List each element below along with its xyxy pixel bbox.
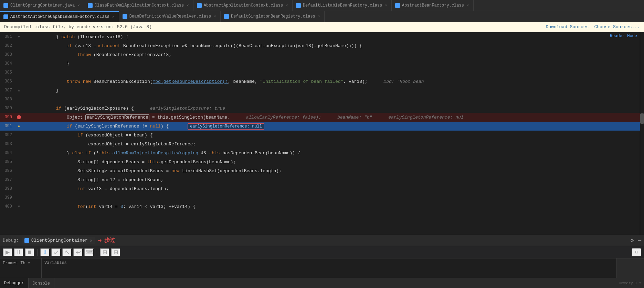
line-number: 392 — [0, 133, 15, 137]
toolbar-divider-2 — [97, 249, 97, 256]
code-line-400: 400 ▼ for(int var14 = 0; var14 < var13; … — [0, 202, 644, 211]
evaluate-button[interactable]: ⌨ — [84, 248, 94, 256]
line-number: 393 — [0, 142, 15, 146]
line-content-393: exposedObject = earlySingletonReference; — [22, 142, 644, 147]
tab-beandefinition[interactable]: BeanDefinitionValueResolver.class ✕ — [119, 11, 221, 22]
tab-close[interactable]: ✕ — [285, 3, 289, 8]
console-tab[interactable]: Console — [29, 278, 54, 288]
line-content-381: } catch (Throwable var18) { — [22, 34, 644, 40]
code-line-397: 397 String[] var12 = dependentBeans; — [0, 175, 644, 184]
debug-header: Debug: ClientSpringContainer ✕ ➜ 步过 ⚙ — — [0, 235, 644, 246]
line-number: 386 — [0, 79, 15, 84]
layout-toggle[interactable]: ⊟ — [632, 248, 641, 256]
resume-button[interactable]: ▶ — [3, 248, 12, 256]
java-file-icon — [3, 3, 8, 8]
fold-icon[interactable]: ▼ — [16, 204, 22, 209]
code-line-395: 395 String[] dependentBeans = this.getDe… — [0, 157, 644, 166]
line-content-390: Object earlySingletonReference = this.ge… — [22, 115, 644, 120]
editor-area: Reader Mode 381 ▼ } catch (Throwable var… — [0, 32, 644, 235]
status-bar-memory: Memory C ▾ — [617, 278, 644, 288]
gutter-391: ● — [15, 124, 22, 128]
class-file-icon — [224, 14, 229, 19]
line-number: 388 — [0, 97, 15, 102]
decompiled-info-text: Decompiled .class file, bytecode version… — [4, 24, 152, 30]
tab-close[interactable]: ✕ — [112, 14, 115, 19]
run-to-cursor-button[interactable]: ↩ — [73, 248, 83, 256]
code-line-384: 384 } — [0, 59, 644, 68]
layout-button-2[interactable]: ⊟ — [111, 248, 120, 256]
line-content-387: } — [22, 88, 644, 93]
tab-defaultsingleton[interactable]: DefaultSingletonBeanRegistry.class ✕ — [221, 11, 325, 22]
line-content-397: String[] var12 = dependentBeans; — [22, 177, 644, 182]
download-sources-link[interactable]: Download Sources — [546, 24, 589, 30]
tab-classpathxml[interactable]: ClassPathXmlApplicationContext.class ✕ — [84, 0, 193, 11]
line-content-394: } else if (!this.allowRawInjectionDespit… — [22, 151, 644, 156]
session-close[interactable]: ✕ — [90, 238, 93, 243]
memory-status: Memory — [620, 281, 633, 285]
code-line-391[interactable]: 391 ● if (earlySingletonReference != nul… — [0, 122, 644, 131]
choose-sources-link[interactable]: Choose Sources... — [594, 24, 640, 30]
line-number: 398 — [0, 186, 15, 191]
code-line-387: 387 ▲ } — [0, 86, 644, 95]
scrollbar-thumb[interactable] — [640, 113, 644, 124]
line-number: 396 — [0, 168, 15, 173]
line-number: 383 — [0, 52, 15, 57]
code-line-399: 399 — [0, 193, 644, 202]
debugger-tab[interactable]: Debugger — [0, 278, 29, 288]
breakpoint-icon[interactable] — [17, 115, 21, 119]
step-out-button[interactable]: ↖ — [62, 248, 72, 256]
tab-label: AbstractBeanFactory.class — [402, 3, 464, 8]
line-number: 382 — [0, 43, 15, 48]
tab-close[interactable]: ✕ — [384, 3, 388, 8]
line-number: 389 — [0, 106, 15, 111]
step-arrow: ➜ — [98, 237, 102, 244]
tab-close[interactable]: ✕ — [466, 3, 470, 8]
inline-value-display: earlySingletonReference: null — [188, 123, 264, 130]
tab-abstractapp[interactable]: AbstractApplicationContext.class ✕ — [193, 0, 293, 11]
scrollbar-track[interactable] — [640, 32, 644, 235]
memory-indicator: C ▾ — [634, 281, 641, 285]
tab-abstractautowire[interactable]: AbstractAutowireCapableBeanFactory.class… — [0, 11, 119, 22]
fold-icon[interactable]: ▼ — [16, 34, 22, 40]
class-file-icon — [123, 14, 127, 19]
code-line-385: 385 — [0, 68, 644, 77]
stop-button[interactable]: ⏹ — [25, 248, 34, 256]
line-content-383: throw (BeanCreationException)var18; — [22, 52, 644, 57]
line-number: 391 — [0, 124, 15, 129]
pause-button[interactable]: ⏸ — [14, 248, 23, 256]
toolbar-divider — [37, 249, 38, 256]
line-content-395: String[] dependentBeans = this.getDepend… — [22, 159, 644, 165]
tab-close[interactable]: ✕ — [186, 3, 190, 8]
tab-bar-top: ClientSpringContainer.java ✕ ClassPathXm… — [0, 0, 644, 11]
tab-defaultlistable[interactable]: DefaultListableBeanFactory.class ✕ — [293, 0, 392, 11]
tab-abstractbean[interactable]: AbstractBeanFactory.class ✕ — [392, 0, 474, 11]
frames-layout-button[interactable]: ⊞ — [100, 248, 109, 256]
fold-icon[interactable]: ▲ — [16, 88, 22, 93]
code-line-394: 394 } else if (!this.allowRawInjectionDe… — [0, 148, 644, 157]
gutter-400: ▼ — [15, 204, 22, 209]
settings-icon[interactable]: ⚙ — [631, 237, 634, 244]
variables-label: Variables — [44, 261, 67, 265]
step-over-button[interactable]: ⬇ — [40, 248, 50, 256]
code-line-386: 386 throw new BeanCreationException(mbd.… — [0, 77, 644, 86]
step-label: 步过 — [104, 237, 115, 244]
gutter-390 — [15, 115, 22, 119]
code-line-398: 398 int var13 = dependentBeans.length; — [0, 184, 644, 193]
class-file-icon — [296, 3, 301, 8]
gutter-381: ▼ — [15, 34, 22, 40]
tab-client-spring[interactable]: ClientSpringContainer.java ✕ — [0, 0, 84, 11]
line-content-382: if (var18 instanceof BeanCreationExcepti… — [22, 43, 644, 48]
step-into-button[interactable]: ↙ — [51, 248, 61, 256]
session-tab[interactable]: ClientSpringContainer ✕ — [22, 237, 95, 244]
line-content-389: if (earlySingletonExposure) { earlySingl… — [22, 106, 644, 111]
bookmark-icon: ● — [18, 124, 20, 128]
code-line-396: 396 Set<String> actualDependentBeans = n… — [0, 166, 644, 175]
class-file-icon — [197, 3, 202, 8]
tab-close[interactable]: ✕ — [213, 14, 217, 19]
tab-close[interactable]: ✕ — [77, 3, 81, 8]
tab-close[interactable]: ✕ — [317, 14, 321, 19]
code-line-388: 388 — [0, 95, 644, 104]
tab-spacer — [54, 278, 617, 288]
minimize-icon[interactable]: — — [638, 237, 641, 244]
console-tab-label: Console — [33, 281, 50, 286]
